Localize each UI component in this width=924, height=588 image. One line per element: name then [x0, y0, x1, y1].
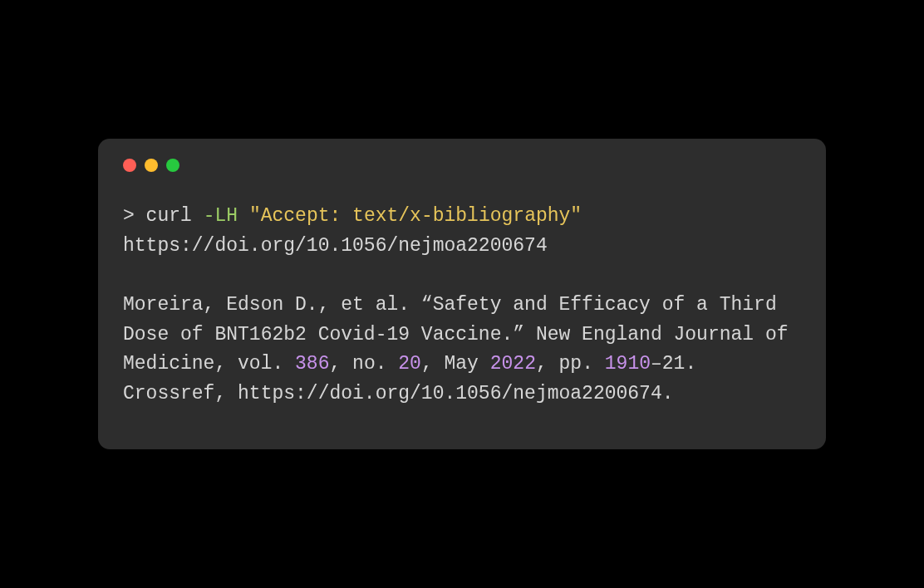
terminal-window: > curl -LH "Accept: text/x-bibliography"… — [98, 139, 826, 448]
maximize-icon[interactable] — [166, 159, 179, 172]
page-number: 1910 — [605, 353, 651, 375]
output-text-3: , May — [421, 353, 490, 375]
volume-number: 386 — [295, 353, 329, 375]
prompt-symbol: > — [123, 205, 146, 227]
output-text-4: , pp. — [536, 353, 605, 375]
issue-number: 20 — [398, 353, 421, 375]
command-url: https://doi.org/10.1056/nejmoa2200674 — [123, 235, 548, 257]
terminal-content[interactable]: > curl -LH "Accept: text/x-bibliography"… — [123, 202, 801, 409]
output-text-2: , no. — [329, 353, 398, 375]
command-flag: -LH — [204, 205, 238, 227]
traffic-lights — [123, 159, 801, 172]
header-argument: "Accept: text/x-bibliography" — [249, 205, 582, 227]
command-name: curl — [146, 205, 192, 227]
close-icon[interactable] — [123, 159, 136, 172]
year-number: 2022 — [490, 353, 536, 375]
minimize-icon[interactable] — [145, 159, 158, 172]
